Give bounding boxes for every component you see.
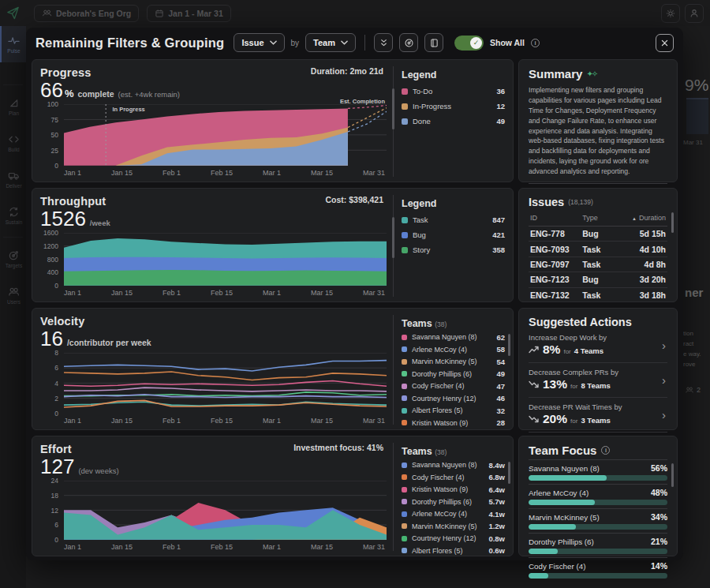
legend-item[interactable]: Kristin Watson (9)28	[402, 418, 505, 427]
action-item[interactable]: Decrease Complex PRs by 13% for 8 Teams …	[529, 362, 667, 397]
issues-count: (18,139)	[568, 198, 593, 206]
legend-item[interactable]: Albert Flores (5)0.6w	[402, 546, 505, 555]
book-icon	[429, 38, 439, 48]
legend-value: 36	[496, 87, 505, 96]
focus-bar-fill	[529, 549, 558, 554]
x-tick-label: Feb 15	[211, 289, 233, 297]
progress-value: 66	[40, 80, 63, 101]
team-name: Marvin McKinney (5)	[529, 513, 600, 522]
x-tick-label: Mar 31	[363, 289, 385, 297]
legend-color-chip	[402, 247, 408, 253]
action-teams: 8 Teams	[581, 381, 610, 390]
chevron-right-icon: ›	[660, 339, 667, 352]
modal-header: Remaining Filters & Grouping Issue by Te…	[26, 28, 683, 58]
info-icon[interactable]: i	[531, 39, 540, 47]
legend-item[interactable]: Task 847	[402, 215, 505, 224]
legend-item[interactable]: Albert Flores (5)32	[402, 406, 505, 415]
legend-label: Done	[413, 117, 491, 125]
progress-legend: Legend To-Do 36 In-Progress 12 Done	[393, 66, 513, 177]
scrollbar-thumb[interactable]	[671, 463, 674, 487]
throughput-chart	[64, 233, 387, 286]
col-duration-sort[interactable]: ▲Duration	[624, 214, 666, 222]
team-focus-item: Savanna Nguyen (8)56%	[529, 459, 667, 484]
targets-view-button[interactable]	[399, 33, 418, 52]
legend-item[interactable]: Bug 421	[402, 230, 505, 239]
col-id[interactable]: ID	[530, 214, 582, 222]
legend-color-chip	[402, 499, 407, 504]
filter-type-value: Issue	[241, 38, 263, 47]
report-view-button[interactable]	[424, 33, 443, 52]
legend-item[interactable]: Arlene McCoy (4)58	[402, 345, 505, 354]
issue-row[interactable]: ENG-7097 Task 4d 8h	[529, 257, 667, 272]
show-all-toggle[interactable]: ✓	[454, 36, 484, 51]
x-tick-label: Mar 31	[363, 543, 385, 551]
toggle-knob: ✓	[470, 37, 482, 49]
issues-table-header: ID Type ▲Duration	[529, 208, 667, 227]
x-tick-label: Jan 15	[111, 543, 133, 551]
progress-percent-sign: %	[65, 88, 74, 99]
legend-label: Bug	[413, 230, 488, 239]
legend-item[interactable]: Marvin McKinney (5)1.2w	[402, 522, 505, 530]
info-icon[interactable]: i	[601, 446, 610, 455]
scrollbar-thumb[interactable]	[392, 217, 394, 258]
collapse-all-button[interactable]	[374, 33, 393, 52]
issue-duration: 3d 20h	[624, 275, 666, 284]
action-percent: 20%	[543, 412, 567, 426]
team-focus-card: Team Focus i Savanna Nguyen (8)56% Arlen…	[518, 436, 678, 556]
col-type[interactable]: Type	[582, 214, 624, 222]
throughput-value: 1526	[40, 208, 86, 230]
group-by-dropdown[interactable]: Team	[305, 33, 356, 52]
issue-row[interactable]: ENG-778 Bug 5d 15h	[529, 227, 667, 242]
double-chevron-down-icon	[379, 38, 389, 48]
throughput-y-axis: 160012008004000	[40, 233, 64, 286]
legend-item[interactable]: Kristin Watson (9)6.4w	[402, 485, 505, 494]
scrollbar-thumb[interactable]	[671, 212, 674, 233]
legend-color-chip	[402, 408, 407, 414]
issue-id: ENG-778	[530, 229, 582, 238]
chevron-right-icon: ›	[660, 408, 667, 421]
focus-bar-fill	[529, 500, 595, 505]
legend-item[interactable]: Arlene McCoy (4)4.1w	[402, 510, 505, 519]
action-teams: 4 Teams	[574, 346, 604, 355]
issue-row[interactable]: ENG-7093 Task 4d 10h	[529, 242, 667, 257]
issue-row[interactable]: ENG-7123 Bug 3d 20h	[529, 272, 667, 287]
legend-color-chip	[402, 548, 407, 553]
legend-item[interactable]: Courtney Henry (12)0.8w	[402, 534, 505, 543]
legend-item[interactable]: Dorothy Phillips (6)49	[402, 369, 505, 378]
scrollbar-thumb[interactable]	[392, 88, 394, 129]
legend-item[interactable]: Done 49	[402, 117, 505, 125]
header-divider	[364, 35, 365, 51]
close-modal-button[interactable]	[656, 34, 674, 52]
action-item[interactable]: Increase Deep Work by 8% for 4 Teams ›	[529, 328, 667, 362]
legend-color-chip	[402, 217, 408, 223]
legend-item[interactable]: To-Do 36	[402, 87, 505, 96]
focus-bar-track	[529, 475, 667, 481]
velocity-chart	[64, 353, 387, 414]
legend-item[interactable]: Savanna Nguyen (8)62	[402, 333, 505, 342]
action-item[interactable]: Decrease PR Wait Times by 20% for 3 Team…	[529, 397, 667, 432]
chevron-right-icon: ›	[660, 373, 667, 387]
legend-item[interactable]: Cody Fischer (4)47	[402, 382, 505, 391]
scrollbar-thumb[interactable]	[508, 462, 510, 484]
filter-type-dropdown[interactable]: Issue	[234, 33, 284, 52]
team-name: Cody Fischer (4)	[529, 562, 585, 571]
by-label: by	[291, 39, 300, 47]
legend-item[interactable]: Savanna Nguyen (8)8.4w	[402, 461, 505, 470]
scrollbar-thumb[interactable]	[508, 334, 510, 356]
action-teams: 3 Teams	[581, 416, 610, 425]
show-all-label: Show All	[490, 38, 525, 47]
summary-title: Summary	[529, 67, 582, 81]
in-progress-marker-label: In Progress	[112, 106, 144, 113]
legend-item[interactable]: Marvin McKinney (5)54	[402, 358, 505, 366]
legend-item[interactable]: Courtney Henry (12)46	[402, 394, 505, 403]
legend-item[interactable]: Dorothy Phillips (6)5.7w	[402, 497, 505, 506]
filters-grouping-modal: Remaining Filters & Grouping Issue by Te…	[26, 28, 683, 560]
summary-card: Summary ✦✧ Implementing new filters and …	[518, 59, 678, 182]
legend-item[interactable]: In-Progress 12	[402, 102, 505, 110]
legend-item[interactable]: Story 358	[402, 245, 505, 254]
legend-item[interactable]: Cody Fischer (4)6.8w	[402, 473, 505, 481]
issue-row[interactable]: ENG-7132 Task 3d 18h	[529, 288, 667, 303]
progress-x-axis: Jan 1Jan 15Feb 1Feb 15Mar 1Mar 15Mar 31	[64, 169, 387, 177]
legend-value: 49	[496, 117, 505, 125]
legend-color-chip	[402, 103, 408, 110]
